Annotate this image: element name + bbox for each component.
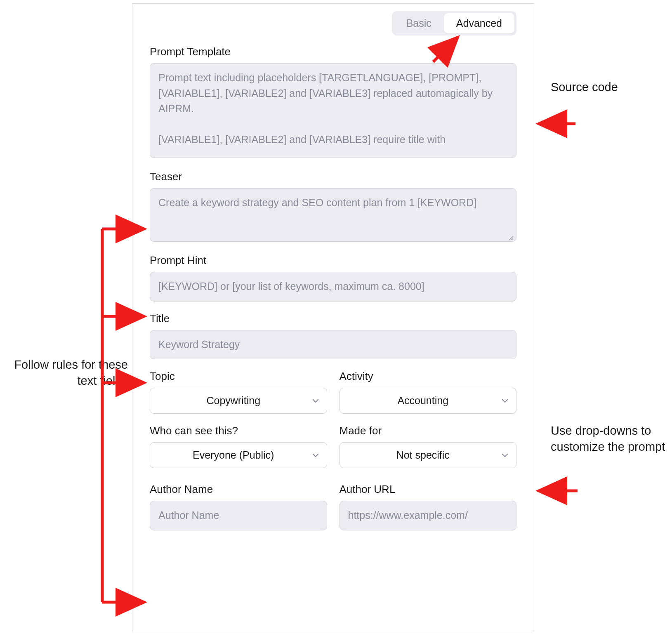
made-for-select[interactable]: Not specific	[340, 442, 517, 468]
topic-select[interactable]: Copywriting	[150, 388, 327, 414]
label-prompt-hint: Prompt Hint	[150, 254, 516, 267]
label-activity: Activity	[340, 370, 517, 383]
label-topic: Topic	[150, 370, 327, 383]
label-made-for: Made for	[340, 424, 517, 437]
activity-select[interactable]: Accounting	[340, 388, 517, 414]
visibility-select[interactable]: Everyone (Public)	[150, 442, 327, 468]
label-author-name: Author Name	[150, 483, 327, 496]
annotation-source-code: Source code	[551, 79, 658, 95]
tab-basic[interactable]: Basic	[394, 13, 444, 33]
label-title: Title	[150, 312, 516, 325]
tab-row: Basic Advanced	[150, 11, 516, 35]
label-teaser: Teaser	[150, 170, 516, 183]
label-prompt-template: Prompt Template	[150, 45, 516, 58]
form-panel: Basic Advanced Prompt Template Teaser Pr…	[132, 3, 534, 632]
tab-group: Basic Advanced	[392, 11, 516, 35]
annotation-use-dropdowns: Use drop-downs to customize the prompt	[551, 423, 666, 455]
annotation-follow-rules: Follow rules for these text fields	[8, 357, 128, 389]
title-input[interactable]	[150, 330, 516, 360]
author-url-input[interactable]	[340, 501, 517, 530]
prompt-hint-input[interactable]	[150, 272, 516, 302]
label-author-url: Author URL	[340, 483, 517, 496]
prompt-template-textarea[interactable]	[150, 63, 516, 158]
label-visibility: Who can see this?	[150, 424, 327, 437]
author-name-input[interactable]	[150, 501, 327, 530]
teaser-textarea[interactable]	[150, 188, 516, 242]
tab-advanced[interactable]: Advanced	[444, 13, 514, 33]
